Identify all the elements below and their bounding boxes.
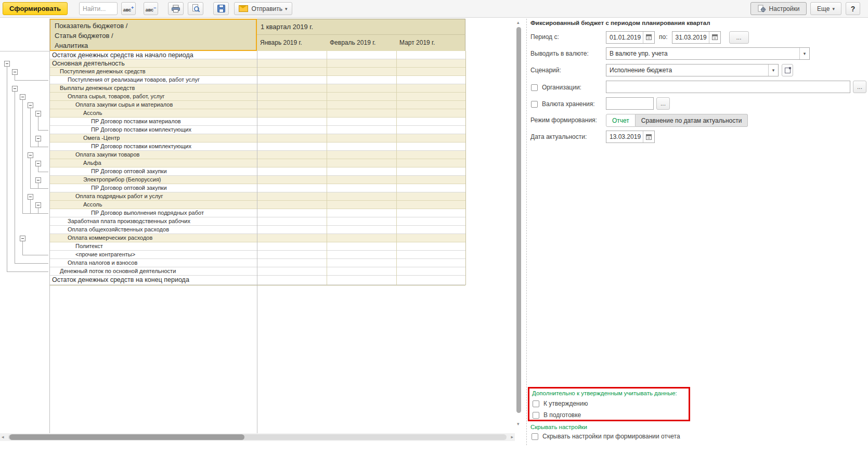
help-button[interactable]: ?	[846, 2, 860, 15]
table-row[interactable]: Ассоль	[49, 201, 465, 209]
panel-splitter[interactable]	[526, 19, 527, 445]
scroll-down-icon[interactable]: ▾	[517, 420, 520, 428]
collapse-minus-icon[interactable]	[20, 236, 25, 241]
period-field: 01.01.2019 по: 31.03.2019 ...	[606, 31, 749, 44]
collapse-minus-icon[interactable]	[28, 152, 33, 158]
table-row[interactable]: Остаток денежных средств на начало перио…	[49, 51, 465, 59]
scrollbar-thumb[interactable]	[9, 434, 244, 440]
tree-line	[38, 130, 48, 131]
collapse-minus-icon[interactable]	[35, 177, 41, 183]
calendar-button[interactable]	[643, 32, 654, 43]
organizations-checkbox[interactable]	[531, 84, 538, 91]
period-from-input[interactable]: 01.01.2019	[606, 31, 655, 44]
tree-line	[15, 263, 48, 264]
calendar-button[interactable]	[643, 131, 654, 143]
scenario-open-button[interactable]	[782, 64, 793, 76]
scroll-left-icon[interactable]: ◂	[2, 433, 4, 441]
storage-currency-more-button[interactable]: ...	[656, 97, 670, 110]
table-row[interactable]: Оплата общехозяйственных расходов	[49, 226, 465, 234]
storage-currency-input[interactable]	[606, 97, 654, 110]
table-row[interactable]: ПР Договор поставки комплектующих	[49, 126, 465, 134]
extra-data-title: Дополнительно к утвержденным учитывать д…	[532, 390, 677, 396]
table-row[interactable]: ПР Договор поставки комплектующих	[49, 143, 465, 151]
collapse-minus-icon[interactable]	[12, 69, 18, 75]
scrollbar-thumb[interactable]	[516, 27, 521, 413]
table-row[interactable]: Денежный поток по основной деятельности	[49, 267, 465, 276]
table-row[interactable]: Омега -Центр	[49, 134, 465, 143]
save-button[interactable]	[213, 2, 229, 15]
abc-minus-button[interactable]: авс−	[144, 2, 158, 15]
quarter-header-cell[interactable]: 1 квартал 2019 г.	[257, 19, 465, 34]
send-button[interactable]: Отправить ▾	[234, 2, 292, 15]
storage-currency-row: Валюта хранения:	[531, 100, 595, 108]
table-row[interactable]: Оплата коммерческих расходов	[49, 234, 465, 242]
calendar-icon	[712, 34, 718, 40]
to-approve-checkbox[interactable]	[533, 400, 539, 407]
table-row[interactable]: ПР Договор поставки материалов	[49, 118, 465, 126]
organizations-more-button[interactable]: ...	[853, 81, 866, 93]
table-row[interactable]: Электроприбор (Белоруссия)	[49, 176, 465, 184]
actual-date-input[interactable]: 13.03.2019	[606, 131, 655, 143]
table-row[interactable]: Остаток денежных средств на конец период…	[49, 276, 465, 285]
table-row[interactable]: ПР Договор выполнения подрядных работ	[49, 209, 465, 217]
highlight-red-box: Дополнительно к утвержденным учитывать д…	[528, 387, 690, 421]
table-corner-header[interactable]: Показатель бюджетов / Статья бюджетов / …	[49, 19, 257, 51]
generate-button[interactable]: Сформировать	[3, 2, 68, 15]
scroll-right-icon[interactable]: ▸	[511, 433, 513, 441]
currency-out-select[interactable]: В валюте упр. учета ▾	[606, 47, 810, 60]
find-input[interactable]	[79, 2, 118, 15]
scenario-select[interactable]: Исполнение бюджета ▾	[606, 64, 779, 76]
table-row[interactable]: ПР Договор оптовой закупки	[49, 167, 465, 176]
horizontal-scrollbar[interactable]: ◂ ▸	[0, 433, 515, 441]
table-row[interactable]: Заработная плата производственных рабочи…	[49, 217, 465, 226]
calendar-button[interactable]	[709, 32, 720, 43]
table-row[interactable]: Оплата подрядных работ и услуг	[49, 192, 465, 201]
table-row[interactable]: Оплата закупки товаров	[49, 151, 465, 159]
collapse-minus-icon[interactable]	[28, 102, 33, 108]
mode-option-compare[interactable]: Сравнение по датам актуальности	[636, 114, 748, 127]
table-row[interactable]: Альфа	[49, 159, 465, 167]
collapse-minus-icon[interactable]	[12, 86, 18, 92]
table-row[interactable]: Выплаты денежных средств	[49, 84, 465, 93]
chevron-down-icon[interactable]: ▾	[768, 64, 778, 76]
tree-line	[38, 172, 48, 172]
hide-settings-checkbox[interactable]	[532, 433, 538, 440]
table-row[interactable]: ПР Договор оптовой закупки	[49, 184, 465, 192]
period-to-input[interactable]: 31.03.2019	[672, 31, 721, 44]
collapse-minus-icon[interactable]	[35, 161, 41, 166]
collapse-minus-icon[interactable]	[35, 111, 41, 116]
table-row[interactable]: Политекст	[49, 242, 465, 251]
table-row[interactable]: Оплата закупки сырья и материалов	[49, 101, 465, 109]
table-row[interactable]: Оплата налогов и взносов	[49, 259, 465, 267]
collapse-minus-icon[interactable]	[28, 194, 33, 200]
collapse-minus-icon[interactable]	[20, 94, 25, 100]
table-row[interactable]: <прочие контрагенты>	[49, 251, 465, 259]
table-row[interactable]: Ассоль	[49, 109, 465, 118]
period-more-button[interactable]: ...	[729, 31, 749, 44]
table-row[interactable]: Основная деятельность	[49, 59, 465, 68]
settings-button[interactable]: Настройки	[750, 2, 807, 15]
table-row[interactable]: Поступления денежных средств	[49, 68, 465, 76]
month-header-cell[interactable]: Февраль 2019 г.	[327, 34, 396, 51]
organizations-input[interactable]	[606, 81, 850, 93]
hide-settings-link[interactable]: Скрывать настройки	[530, 424, 587, 430]
vertical-scrollbar[interactable]: ▴ ▾	[515, 19, 523, 430]
collapse-minus-icon[interactable]	[35, 136, 41, 141]
scroll-up-icon[interactable]: ▴	[517, 19, 520, 27]
storage-currency-checkbox[interactable]	[531, 101, 538, 108]
actual-date-label: Дата актуальности:	[530, 131, 587, 144]
preview-button[interactable]	[188, 2, 203, 15]
table-row[interactable]: Поступления от реализации товаров, работ…	[49, 76, 465, 84]
chevron-down-icon[interactable]: ▾	[799, 48, 809, 59]
print-button[interactable]	[168, 2, 184, 15]
more-button[interactable]: Еще ▾	[810, 2, 841, 15]
month-header-cell[interactable]: Январь 2019 г.	[257, 34, 327, 51]
month-header-cell[interactable]: Март 2019 г.	[396, 34, 465, 51]
in-preparation-checkbox[interactable]	[533, 412, 539, 419]
collapse-minus-icon[interactable]	[4, 61, 10, 67]
abc-plus-button[interactable]: авс+	[121, 2, 136, 15]
table-row[interactable]: Оплата сырья, товаров, работ, услуг	[49, 93, 465, 101]
mode-option-report[interactable]: Отчет	[606, 114, 636, 127]
collapse-minus-icon[interactable]	[35, 202, 41, 208]
in-preparation-row: В подготовке	[533, 411, 581, 419]
